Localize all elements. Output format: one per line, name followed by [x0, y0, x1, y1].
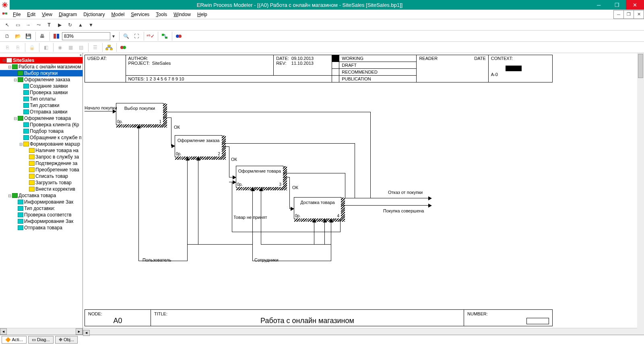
tab-activities[interactable]: 🔶 Acti... — [2, 336, 27, 344]
menu-help[interactable]: Help — [194, 10, 211, 19]
tree-item[interactable]: Внести корректив — [0, 186, 83, 192]
tree-icon — [29, 167, 35, 172]
tree-icon — [23, 103, 29, 108]
org-chart-icon[interactable] — [104, 43, 114, 52]
tree-item[interactable]: Информирование Зак — [0, 199, 83, 205]
spellcheck-icon[interactable]: ᵃᵇ✓ — [146, 31, 155, 41]
tree-item[interactable]: Отправка товара — [0, 224, 83, 231]
model-explorer-icon[interactable] — [160, 31, 169, 41]
tree-item[interactable]: Наличие товара на — [0, 147, 83, 154]
arrow-tool[interactable]: → — [23, 20, 33, 30]
tree-item[interactable]: ⊟Работа с онлайн магазином — [0, 64, 83, 70]
zoom-in-icon[interactable]: 🔍 — [121, 31, 131, 41]
tree-item[interactable]: Списать товар — [0, 173, 83, 179]
pointer-tool[interactable]: ↖ — [2, 20, 12, 30]
tree-item[interactable]: Подтверждение за — [0, 160, 83, 167]
tree-item[interactable]: Запрос в службу за — [0, 154, 83, 160]
mdi-minimize[interactable]: ─ — [613, 10, 624, 19]
activity-tool[interactable]: ▭ — [13, 20, 23, 30]
tree-item[interactable]: Тип доставки: — [0, 205, 83, 212]
activity-box-1[interactable]: Выбор покупки 0р. 1 — [116, 103, 163, 125]
tree-item[interactable]: Загрузить товар — [0, 179, 83, 186]
mdi-restore[interactable]: ❐ — [623, 10, 634, 19]
label-mech-user: Пользователь — [142, 257, 171, 262]
idef-footer: NODE:A0 TITLE:Работа с онлайн магазином … — [85, 309, 553, 326]
svc-5: ▦ — [66, 43, 75, 52]
tree-item[interactable]: Тип доставки — [0, 102, 83, 109]
menu-file[interactable]: File — [10, 10, 24, 19]
canvas-hscroll[interactable]: ◄ — [83, 328, 637, 335]
zoom-dropdown[interactable]: ▾ — [110, 31, 117, 41]
tree-label: Подбор товара — [30, 128, 64, 134]
menu-services[interactable]: Services — [128, 10, 153, 19]
toolbar-standard: 🗋 📂 💾 🖶 ▾ 🔍 ⛶ ᵃᵇ✓ — [0, 31, 644, 42]
tree-item[interactable]: Подбор товара — [0, 128, 83, 134]
tree-item[interactable]: ⊟Формирование маршр — [0, 141, 83, 147]
menu-dictionary[interactable]: Dictionary — [80, 10, 108, 19]
svg-point-12 — [123, 46, 126, 49]
tree-item[interactable]: ⊟Оформление заказа — [0, 76, 83, 83]
tab-objects[interactable]: ❉ Obj... — [55, 336, 78, 344]
activity-box-4[interactable]: Доставка товара 0р. 4 — [294, 197, 341, 219]
squiggle-tool[interactable]: ⤳ — [34, 20, 43, 30]
menu-tools[interactable]: Tools — [153, 10, 170, 19]
menu-model[interactable]: Model — [108, 10, 128, 19]
tree-item[interactable]: Информирование Зак — [0, 218, 83, 224]
tree-label: Выбор покупки — [24, 70, 58, 76]
zoom-fit-icon[interactable]: ⛶ — [132, 31, 141, 41]
tree-item[interactable]: Проверка клиента (Кр — [0, 122, 83, 128]
diagram-canvas-wrap: USED AT: AUTHOR: PROJECT: SiteSales DATE… — [83, 53, 644, 335]
svg-rect-8 — [108, 45, 110, 47]
open-button[interactable]: 📂 — [13, 31, 23, 41]
minimize-button[interactable]: ─ — [590, 0, 608, 10]
lock-icon: 🔒 — [27, 43, 37, 52]
text-tool[interactable]: T — [44, 20, 54, 30]
tree-icon — [29, 180, 35, 185]
tree-item[interactable]: Выбор покупки — [0, 70, 83, 76]
tree-item[interactable]: ⊟Доставка товара — [0, 192, 83, 199]
zoom-input[interactable] — [62, 32, 110, 40]
report-button[interactable] — [52, 31, 61, 41]
activity-box-3[interactable]: Оформление товара 0р. 3 — [236, 166, 283, 187]
diagram-canvas[interactable]: USED AT: AUTHOR: PROJECT: SiteSales DATE… — [83, 53, 637, 328]
tree-hscroll[interactable]: ◄► — [0, 328, 83, 335]
svg-rect-4 — [162, 34, 164, 36]
tree-item[interactable]: Обращение к службе п — [0, 134, 83, 141]
play-icon[interactable]: ▶ — [55, 20, 64, 30]
props-icon[interactable] — [174, 31, 184, 41]
tree-item[interactable]: ⊟Оформление товара — [0, 115, 83, 122]
tab-diagrams[interactable]: ▭ Diag... — [28, 336, 54, 344]
tree-item[interactable]: Создание заявки — [0, 83, 83, 89]
tree-root[interactable]: ⊟ SiteSales — [0, 57, 83, 64]
tree-icon — [23, 109, 29, 114]
tree-icon — [12, 193, 18, 198]
menu-edit[interactable]: Edit — [24, 10, 39, 19]
tree-label: Отправка товара — [24, 225, 62, 231]
maximize-button[interactable]: ❐ — [608, 0, 626, 10]
tree-label: Тип доставки — [30, 103, 59, 108]
new-button[interactable]: 🗋 — [2, 31, 12, 41]
print-button[interactable]: 🖶 — [37, 31, 47, 41]
tree-item[interactable]: Преобретение това — [0, 167, 83, 173]
down-icon[interactable]: ▼ — [86, 20, 96, 30]
redo-icon[interactable]: ↻ — [65, 20, 75, 30]
canvas-vscroll[interactable] — [637, 53, 644, 328]
panel-close-icon[interactable]: × — [0, 53, 83, 57]
save-button[interactable]: 💾 — [23, 31, 33, 41]
activity-box-2[interactable]: Оформление заказа 0р. 2 — [175, 135, 222, 157]
tree-item[interactable]: Проверка соответств — [0, 212, 83, 218]
tree-item[interactable]: Отправка заявки — [0, 109, 83, 115]
mdi-close[interactable]: ✕ — [634, 10, 644, 19]
tree-item[interactable]: Проверка заявки — [0, 89, 83, 96]
menu-diagram[interactable]: Diagram — [56, 10, 80, 19]
menu-window[interactable]: Window — [170, 10, 194, 19]
svg-rect-2 — [54, 34, 56, 39]
up-icon[interactable]: ▲ — [76, 20, 85, 30]
tree-label: Проверка заявки — [30, 90, 68, 95]
app-menu-icon[interactable] — [1, 10, 10, 19]
menu-view[interactable]: View — [39, 10, 56, 19]
model-explorer[interactable]: × ⊟ SiteSales ⊟Работа с онлайн магазином… — [0, 53, 83, 335]
swimlane-icon[interactable] — [118, 43, 128, 52]
close-button[interactable]: ✕ — [626, 0, 644, 10]
tree-item[interactable]: Тип оплаты — [0, 96, 83, 102]
